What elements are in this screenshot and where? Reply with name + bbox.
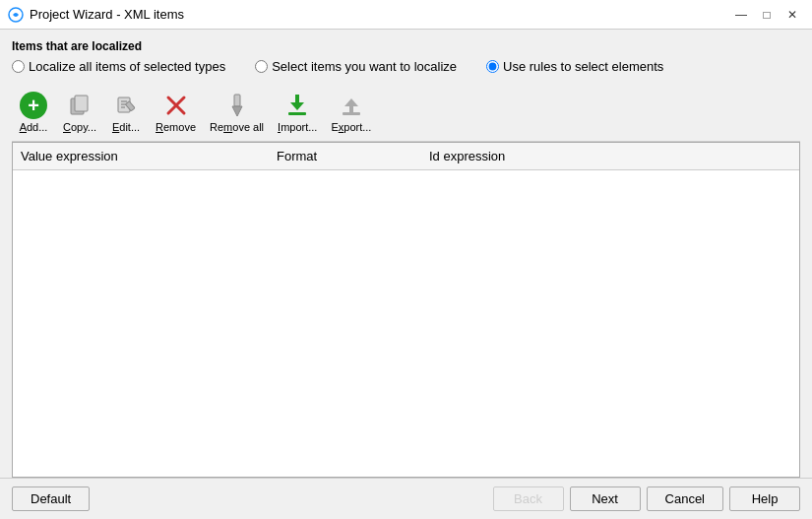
remove-icon	[162, 92, 190, 119]
radio-select-items[interactable]: Select items you want to localize	[255, 59, 457, 74]
svg-rect-2	[75, 96, 88, 111]
help-button[interactable]: Help	[729, 487, 800, 511]
window-controls: — □ ✕	[729, 4, 804, 26]
remove-all-button-label: Remove all	[210, 121, 264, 133]
import-icon	[283, 92, 311, 119]
bottom-bar: Default Back Next Cancel Help	[0, 478, 812, 519]
copy-button-label: Copy...	[63, 121, 96, 133]
column-format: Format	[269, 147, 421, 165]
table-header: Value expression Format Id expression	[13, 143, 799, 170]
main-content: Items that are localized Localize all it…	[0, 30, 812, 478]
svg-marker-14	[344, 98, 358, 106]
remove-all-icon	[223, 92, 251, 119]
minimize-button[interactable]: —	[729, 4, 753, 26]
close-button[interactable]: ✕	[781, 4, 804, 26]
edit-button-label: Edit...	[112, 121, 140, 133]
export-icon	[338, 92, 365, 119]
add-icon-circle: +	[20, 92, 47, 119]
radio-use-rules[interactable]: Use rules to select elements	[486, 59, 663, 74]
title-bar: Project Wizard - XML items — □ ✕	[0, 0, 812, 30]
radio-select-items-input[interactable]	[255, 60, 268, 73]
bottom-left: Default	[12, 487, 90, 511]
default-button[interactable]: Default	[12, 487, 90, 511]
export-button-label: Export...	[331, 121, 371, 133]
bottom-right: Back Next Cancel Help	[493, 487, 800, 511]
title-bar-left: Project Wizard - XML items	[8, 7, 184, 23]
next-button[interactable]: Next	[570, 487, 641, 511]
copy-button[interactable]: Copy...	[57, 88, 102, 137]
radio-localize-all-input[interactable]	[12, 60, 25, 73]
svg-rect-13	[288, 112, 306, 115]
add-icon: +	[20, 92, 47, 119]
items-header-label: Items that are localized	[12, 39, 800, 53]
svg-rect-12	[295, 95, 299, 104]
edit-icon	[112, 92, 140, 119]
remove-button[interactable]: Remove	[150, 88, 202, 137]
remove-all-button[interactable]: Remove all	[204, 88, 270, 137]
radio-group: Localize all items of selected types Sel…	[12, 59, 800, 74]
add-button[interactable]: + Add...	[12, 88, 55, 137]
toolbar: + Add... Copy...	[12, 82, 800, 142]
import-button-label: Import...	[278, 121, 317, 133]
svg-rect-10	[234, 95, 240, 106]
add-button-label: Add...	[20, 121, 48, 133]
maximize-button[interactable]: □	[755, 4, 779, 26]
radio-use-rules-input[interactable]	[486, 60, 499, 73]
items-header: Items that are localized Localize all it…	[12, 39, 800, 74]
export-button[interactable]: Export...	[325, 88, 377, 137]
copy-icon	[66, 92, 94, 119]
edit-button[interactable]: Edit...	[104, 88, 148, 137]
radio-localize-all-label: Localize all items of selected types	[29, 59, 225, 74]
radio-select-items-label: Select items you want to localize	[272, 59, 457, 74]
import-button[interactable]: Import...	[272, 88, 323, 137]
app-icon	[8, 7, 24, 23]
column-value-expression: Value expression	[13, 147, 269, 165]
column-id-expression: Id expression	[421, 147, 799, 165]
remove-button-label: Remove	[156, 121, 196, 133]
svg-rect-16	[343, 112, 360, 115]
table-container: Value expression Format Id expression	[12, 142, 800, 478]
window-title: Project Wizard - XML items	[30, 7, 184, 22]
back-button[interactable]: Back	[493, 487, 564, 511]
radio-localize-all[interactable]: Localize all items of selected types	[12, 59, 225, 74]
cancel-button[interactable]: Cancel	[647, 487, 723, 511]
radio-use-rules-label: Use rules to select elements	[503, 59, 663, 74]
